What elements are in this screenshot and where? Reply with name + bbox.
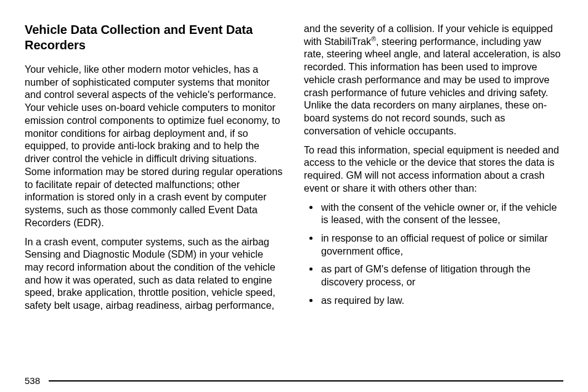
text-run: , steering performance, including yaw ra…	[304, 36, 561, 136]
right-column: and the severity of a collision. If your…	[304, 22, 563, 318]
registered-trademark-symbol: ®	[371, 35, 376, 42]
body-paragraph: In a crash event, computer systems, such…	[25, 235, 284, 312]
list-item: as required by law.	[320, 294, 563, 307]
page-number: 538	[25, 375, 49, 386]
list-item: as part of GM's defense of litigation th…	[320, 263, 563, 288]
two-column-layout: Vehicle Data Collection and Event Data R…	[25, 22, 563, 318]
list-item: with the consent of the vehicle owner or…	[320, 201, 563, 226]
section-heading: Vehicle Data Collection and Event Data R…	[25, 22, 284, 53]
bullet-list: with the consent of the vehicle owner or…	[304, 201, 563, 307]
left-column: Vehicle Data Collection and Event Data R…	[25, 22, 284, 318]
document-page: Vehicle Data Collection and Event Data R…	[0, 0, 588, 392]
body-paragraph: and the severity of a collision. If your…	[304, 22, 563, 137]
list-item: in response to an official request of po…	[320, 232, 563, 257]
body-paragraph: To read this information, special equipm…	[304, 144, 563, 195]
footer-rule	[49, 380, 563, 382]
page-footer: 538	[25, 375, 563, 386]
body-paragraph: Your vehicle, like other modern motor ve…	[25, 63, 284, 229]
